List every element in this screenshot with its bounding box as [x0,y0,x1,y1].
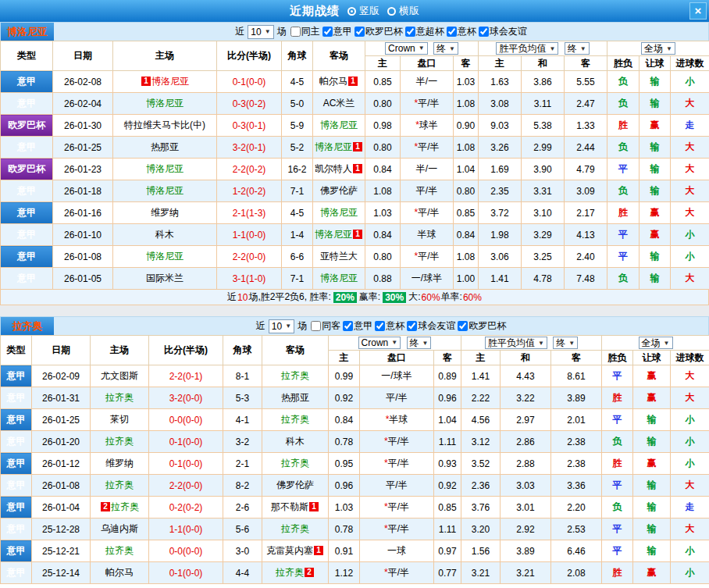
home-team-name[interactable]: 拉齐奥 [105,479,134,490]
full-match-select[interactable]: 全场▼ [639,337,673,349]
away-team-name[interactable]: AC米兰 [323,98,355,109]
filter-option-欧罗巴杯[interactable]: 欧罗巴杯 [354,25,403,38]
score-link[interactable]: 0-1(0-0) [169,568,203,579]
home-team-name[interactable]: 热那亚 [151,141,179,152]
away-team-name[interactable]: 帕尔马 [319,76,347,87]
handicap-result-cell: 赢 [640,202,671,224]
home-team-name[interactable]: 尤文图斯 [101,370,138,381]
close-icon[interactable]: × [689,2,707,20]
home-team-name[interactable]: 科木 [155,229,174,240]
away-team-name[interactable]: 佛罗伦萨 [276,479,314,490]
away-team-name[interactable]: 那不勒斯 [271,501,308,512]
home-team-name[interactable]: 莱切 [110,414,129,425]
home-team-name[interactable]: 博洛尼亚 [146,251,183,262]
away-team-name[interactable]: 科木 [286,436,305,447]
checkbox-同主[interactable] [290,27,301,37]
away-cell: 凯尔特人1 [313,159,365,180]
score-link[interactable]: 2-2(0-0) [169,480,203,491]
filter-option-球会友谊[interactable]: 球会友谊 [479,25,527,38]
home-team-name[interactable]: 国际米兰 [146,273,183,283]
score-link[interactable]: 3-2(0-1) [233,142,266,153]
home-team-name[interactable]: 拉齐奥 [105,436,134,447]
away-team-name[interactable]: 博洛尼亚 [315,229,352,240]
final-avg-select[interactable]: 终▼ [553,337,578,349]
filter-option-意超杯[interactable]: 意超杯 [405,25,444,38]
home-team-name[interactable]: 博洛尼亚 [146,163,183,174]
home-team-name[interactable]: 博洛尼亚 [146,185,183,196]
away-team-name[interactable]: 拉齐奥 [281,523,309,534]
checkbox-欧罗巴杯[interactable] [354,27,365,37]
avg-odds-select[interactable]: 胜平负均值▼ [496,42,558,55]
away-team-name[interactable]: 博洛尼亚 [320,119,358,130]
home-team-name[interactable]: 特拉维夫马卡比(中) [124,119,205,130]
filter-option-球会友谊[interactable]: 球会友谊 [407,319,455,333]
score-link[interactable]: 3-2(0-0) [169,393,203,404]
away-team-name[interactable]: 博洛尼亚 [320,273,358,283]
score-link[interactable]: 2-2(0-1) [169,371,203,382]
away-team-name[interactable]: 博洛尼亚 [315,141,352,152]
home-team-name[interactable]: 博洛尼亚 [151,76,189,87]
away-team-name[interactable]: 拉齐奥 [281,414,309,425]
score-link[interactable]: 1-2(0-2) [233,186,266,197]
checkbox-同客[interactable] [311,321,321,331]
score-link[interactable]: 0-3(0-1) [233,120,266,131]
checkbox-意杯[interactable] [375,321,385,331]
checkbox-意甲[interactable] [322,27,333,37]
score-link[interactable]: 0-0(0-0) [169,546,203,557]
home-team-name[interactable]: 维罗纳 [105,458,134,469]
score-link[interactable]: 2-2(0-2) [233,164,266,175]
away-team-name[interactable]: 凯尔特人 [315,163,352,174]
home-team-name[interactable]: 帕尔马 [105,567,134,578]
away-team-name[interactable]: 亚特兰大 [320,251,358,262]
away-team-name[interactable]: 克雷莫内塞 [266,545,313,556]
checkbox-意超杯[interactable] [405,27,415,37]
score-link[interactable]: 0-2(0-2) [169,502,203,513]
score-link[interactable]: 0-1(0-0) [169,437,203,447]
score-link[interactable]: 2-1(1-3) [233,208,266,219]
score-link[interactable]: 1-1(0-0) [169,524,203,535]
checkbox-意杯[interactable] [447,27,457,37]
away-team-name[interactable]: 热那亚 [281,392,309,403]
final-odds-select[interactable]: 终▼ [407,337,432,349]
checkbox-球会友谊[interactable] [479,27,489,37]
filter-option-意杯[interactable]: 意杯 [375,319,404,333]
home-team-name[interactable]: 博洛尼亚 [146,98,183,109]
away-team: 克雷莫内塞1 [266,545,324,556]
away-team-name[interactable]: 拉齐奥 [281,458,309,469]
full-match-select[interactable]: 全场▼ [641,42,675,55]
filter-option-欧罗巴杯[interactable]: 欧罗巴杯 [458,319,506,333]
score-link[interactable]: 0-3(0-2) [233,98,266,109]
away-team-name[interactable]: 拉齐奥 [276,567,304,578]
score-link[interactable]: 0-1(0-0) [169,458,203,469]
home-team-name[interactable]: 拉齐奥 [111,501,139,512]
checkbox-欧罗巴杯[interactable] [458,321,468,331]
layout-option-vertical[interactable]: 竖版 [347,4,379,18]
final-avg-select[interactable]: 终▼ [565,42,590,55]
odds-company-select[interactable]: Crown▼ [385,42,428,55]
home-team-name[interactable]: 拉齐奥 [105,545,134,556]
layout-option-horizontal[interactable]: 横版 [387,4,419,18]
odds-company-select[interactable]: Crown▼ [358,337,401,349]
score-link[interactable]: 2-2(0-0) [233,251,266,262]
final-odds-select[interactable]: 终▼ [433,42,458,55]
avg-odds-select[interactable]: 胜平负均值▼ [485,337,547,349]
score-link[interactable]: 0-1(0-0) [233,77,266,87]
checkbox-球会友谊[interactable] [407,321,417,331]
checkbox-意甲[interactable] [343,321,353,331]
home-team-name[interactable]: 乌迪内斯 [101,523,138,534]
filter-option-意甲[interactable]: 意甲 [322,25,352,38]
away-team-name[interactable]: 博洛尼亚 [320,207,358,218]
filter-option-意甲[interactable]: 意甲 [343,319,372,333]
filter-option-意杯[interactable]: 意杯 [447,25,476,38]
filter-option-同主[interactable]: 同主 [290,25,320,38]
away-team-name[interactable]: 拉齐奥 [281,370,309,381]
score-link[interactable]: 1-1(0-0) [233,230,266,241]
score-link[interactable]: 3-1(1-0) [233,273,266,284]
filter-option-同客[interactable]: 同客 [311,319,340,333]
recent-count-select[interactable]: 10▼ [269,319,294,333]
score-link[interactable]: 0-0(0-0) [169,415,203,426]
recent-count-select[interactable]: 10▼ [248,25,273,39]
home-team-name[interactable]: 维罗纳 [151,207,179,218]
away-team-name[interactable]: 佛罗伦萨 [320,185,358,196]
home-team-name[interactable]: 拉齐奥 [105,392,134,403]
